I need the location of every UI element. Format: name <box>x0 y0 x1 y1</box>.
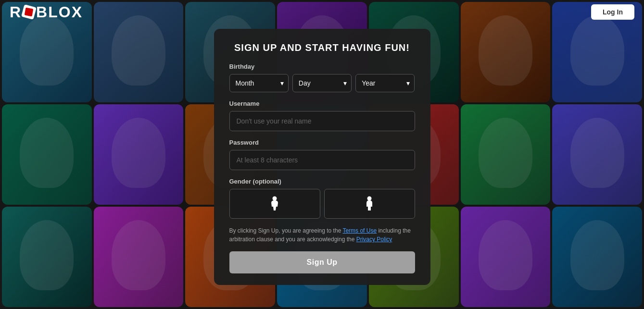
logo-icon-inner <box>25 8 34 17</box>
signup-title: SIGN UP AND START HAVING FUN! <box>229 42 415 53</box>
terms-text-1: By clicking Sign Up, you are agreeing to… <box>229 227 343 234</box>
login-button[interactable]: Log In <box>591 4 634 20</box>
male-icon <box>363 196 376 211</box>
password-label: Password <box>229 139 415 146</box>
logo-icon <box>21 4 37 20</box>
year-wrapper: Year for(let y=2024; y>=1900; y--) { doc… <box>355 74 415 92</box>
gender-label: Gender (optional) <box>229 178 415 185</box>
top-bar: R BLOX Log In <box>0 0 644 24</box>
gender-section: Gender (optional) <box>229 178 415 219</box>
terms-of-use-link[interactable]: Terms of Use <box>342 227 377 234</box>
svg-point-2 <box>367 197 372 201</box>
username-label: Username <box>229 100 415 107</box>
day-select[interactable]: Day 123 456 789 101112 131415 161718 192… <box>292 74 352 92</box>
month-select[interactable]: Month January February March April May J… <box>229 74 289 92</box>
year-select[interactable]: Year for(let y=2024; y>=1900; y--) { doc… <box>355 74 415 92</box>
username-input[interactable] <box>229 111 415 131</box>
month-wrapper: Month January February March April May J… <box>229 74 289 92</box>
signup-submit-button[interactable]: Sign Up <box>229 251 415 273</box>
svg-point-0 <box>273 197 277 201</box>
logo-text-2: BLOX <box>36 3 83 21</box>
gender-female-button[interactable] <box>229 189 320 219</box>
birthday-row: Month January February March April May J… <box>229 74 415 92</box>
birthday-section: Birthday Month January February March Ap… <box>229 63 415 92</box>
signup-panel: SIGN UP AND START HAVING FUN! Birthday M… <box>214 29 430 285</box>
logo-text: R <box>10 3 22 21</box>
password-input[interactable] <box>229 150 415 170</box>
password-section: Password <box>229 139 415 178</box>
day-wrapper: Day 123 456 789 101112 131415 161718 192… <box>292 74 352 92</box>
gender-male-button[interactable] <box>324 189 415 219</box>
female-icon <box>268 196 281 211</box>
privacy-policy-link[interactable]: Privacy Policy <box>356 236 392 243</box>
birthday-label: Birthday <box>229 63 415 70</box>
logo: R BLOX <box>10 3 83 21</box>
terms-section: By clicking Sign Up, you are agreeing to… <box>229 226 415 244</box>
gender-row <box>229 189 415 219</box>
username-section: Username <box>229 100 415 139</box>
